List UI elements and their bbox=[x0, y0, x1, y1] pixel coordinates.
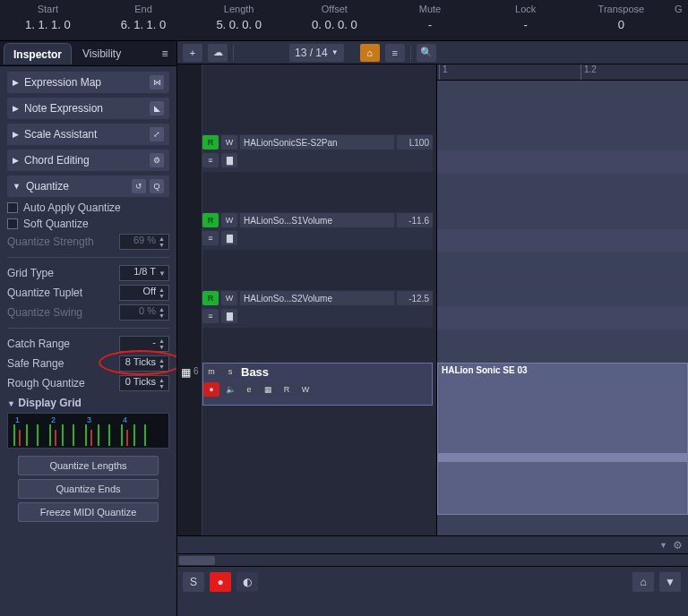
rough-quantize-label: Rough Quantize bbox=[7, 377, 85, 389]
read-automation-button[interactable]: R bbox=[202, 291, 219, 305]
info-length-label: Length bbox=[191, 4, 287, 14]
info-start-label: Start bbox=[0, 4, 96, 14]
info-mute-label: Mute bbox=[383, 4, 478, 14]
track-row-selected[interactable]: m s Bass ● 🔈 e ▦ R W bbox=[202, 363, 433, 406]
track-value[interactable]: -11.6 bbox=[397, 213, 433, 227]
ruler-marker: 1 bbox=[439, 64, 448, 80]
track-name[interactable]: HALionSo...S1Volume bbox=[240, 213, 394, 227]
info-offset-label: Offset bbox=[287, 4, 383, 14]
display-grid-label[interactable]: Display Grid bbox=[18, 397, 82, 409]
info-strip: Start1. 1. 1. 0 End6. 1. 1. 0 Length5. 0… bbox=[0, 0, 688, 41]
tab-inspector[interactable]: Inspector bbox=[4, 43, 72, 64]
track-value[interactable]: -12.5 bbox=[397, 291, 433, 305]
info-length-value[interactable]: 5. 0. 0. 0 bbox=[191, 18, 287, 31]
track-name[interactable]: Bass bbox=[241, 365, 269, 379]
track-name[interactable]: HALionSonicSE-S2Pan bbox=[240, 135, 394, 150]
grid-type-label: Grid Type bbox=[7, 267, 54, 279]
bar-counter[interactable]: 13 / 14▼ bbox=[289, 44, 344, 62]
solo-button[interactable]: s bbox=[222, 364, 238, 379]
retrospective-button[interactable]: ◐ bbox=[236, 572, 258, 592]
section-note-expression[interactable]: ▶Note Expression◣ bbox=[7, 98, 169, 119]
track-icon[interactable]: ≡ bbox=[202, 153, 219, 167]
track-row[interactable]: R W HALionSo...S1Volume -11.6 ≡ ▇ bbox=[202, 212, 433, 250]
track-list: R W HALionSonicSE-S2Pan L100 ≡ ▇ R W HAL… bbox=[177, 64, 437, 535]
midi-clip[interactable]: HALion Sonic SE 03 bbox=[437, 363, 688, 515]
track-presets-button[interactable]: ☁ bbox=[208, 44, 228, 62]
track-value[interactable]: L100 bbox=[397, 135, 433, 150]
read-automation-button[interactable]: R bbox=[202, 135, 219, 150]
folder-icon[interactable]: ▇ bbox=[221, 231, 237, 245]
write-automation-button[interactable]: W bbox=[221, 135, 237, 150]
add-track-button[interactable]: + bbox=[183, 44, 202, 62]
quantize-strength-label: Quantize Strength bbox=[7, 235, 94, 248]
record-enable-button[interactable]: ● bbox=[203, 382, 219, 397]
piano-button[interactable]: ▦ bbox=[260, 382, 276, 397]
record-button[interactable]: ● bbox=[210, 572, 231, 592]
home-icon[interactable]: ⌂ bbox=[360, 44, 380, 62]
q-icon[interactable]: Q bbox=[150, 179, 164, 193]
quantize-tuplet-label: Quantize Tuplet bbox=[7, 287, 82, 299]
noteexp-icon[interactable]: ◣ bbox=[150, 101, 164, 116]
info-lock-value[interactable]: - bbox=[477, 18, 573, 31]
section-expression-map[interactable]: ▶Expression Map⋈ bbox=[7, 72, 169, 93]
info-transpose-value[interactable]: 0 bbox=[573, 18, 669, 31]
monitor-button[interactable]: 🔈 bbox=[222, 382, 238, 397]
display-grid-visualizer: 1 2 3 4 bbox=[7, 413, 169, 449]
edit-button[interactable]: e bbox=[241, 382, 257, 397]
freeze-midi-quantize-button[interactable]: Freeze MIDI Quantize bbox=[18, 502, 159, 522]
settings-icon[interactable]: ⚙ bbox=[150, 153, 164, 167]
track-name[interactable]: HALionSo...S2Volume bbox=[240, 291, 394, 305]
write-automation-button[interactable]: W bbox=[297, 382, 314, 397]
section-scale-assistant[interactable]: ▶Scale Assistant⤢ bbox=[7, 124, 169, 145]
safe-range-label: Safe Range bbox=[7, 357, 64, 370]
quantize-ends-button[interactable]: Quantize Ends bbox=[18, 479, 159, 499]
track-index: 6 bbox=[194, 366, 199, 376]
info-end-value[interactable]: 6. 1. 1. 0 bbox=[96, 18, 192, 31]
info-g-label: G bbox=[669, 4, 688, 14]
bypass-icon[interactable]: ⋈ bbox=[150, 75, 164, 90]
track-icon[interactable]: ≡ bbox=[202, 231, 219, 245]
dropdown-icon[interactable]: ▼ bbox=[659, 541, 667, 550]
info-mute-value[interactable]: - bbox=[383, 18, 478, 31]
section-chord-editing[interactable]: ▶Chord Editing⚙ bbox=[7, 150, 169, 171]
inspector-panel: Inspector Visibility ≡ ▶Expression Map⋈ … bbox=[0, 41, 177, 616]
write-automation-button[interactable]: W bbox=[221, 213, 237, 227]
info-end-label: End bbox=[96, 4, 192, 14]
quantize-lengths-button[interactable]: Quantize Lengths bbox=[18, 456, 159, 475]
track-row[interactable]: R W HALionSo...S2Volume -12.5 ≡ ▇ bbox=[202, 290, 433, 328]
arrange-zone: + ☁ 13 / 14▼ ⌂ ≡ 🔍 R W HALionSonicSE-S2P… bbox=[177, 41, 688, 616]
catch-range-label: Catch Range bbox=[7, 338, 70, 350]
read-automation-button[interactable]: R bbox=[279, 382, 295, 397]
scale-icon[interactable]: ⤢ bbox=[150, 127, 164, 141]
info-lock-label: Lock bbox=[477, 4, 573, 14]
ruler-marker: 1.2 bbox=[580, 64, 597, 80]
auto-apply-quantize-checkbox[interactable]: Auto Apply Quantize bbox=[7, 201, 169, 214]
info-offset-value[interactable]: 0. 0. 0. 0 bbox=[287, 18, 383, 31]
track-icon[interactable]: ≡ bbox=[202, 309, 219, 323]
home-button[interactable]: ⌂ bbox=[632, 572, 654, 592]
gear-icon[interactable]: ⚙ bbox=[673, 539, 683, 552]
tab-visibility[interactable]: Visibility bbox=[73, 43, 130, 64]
transport-panel: S ● ◐ ⌂ ▼ bbox=[177, 566, 688, 616]
search-icon[interactable]: 🔍 bbox=[417, 44, 436, 62]
reset-icon[interactable]: ↺ bbox=[132, 179, 146, 193]
folder-icon[interactable]: ▇ bbox=[221, 153, 237, 167]
folder-icon[interactable]: ▇ bbox=[221, 309, 237, 323]
info-start-value[interactable]: 1. 1. 1. 0 bbox=[0, 18, 96, 31]
mute-button[interactable]: m bbox=[203, 364, 219, 379]
read-automation-button[interactable]: R bbox=[202, 213, 219, 227]
info-transpose-label: Transpose bbox=[573, 4, 669, 14]
track-row[interactable]: R W HALionSonicSE-S2Pan L100 ≡ ▇ bbox=[202, 134, 433, 172]
quantize-swing-label: Quantize Swing bbox=[7, 306, 82, 319]
tab-menu-icon[interactable]: ≡ bbox=[157, 46, 173, 62]
section-quantize[interactable]: ▼Quantize↺Q bbox=[7, 175, 169, 197]
list-icon[interactable]: ≡ bbox=[385, 44, 405, 62]
horizontal-scrollbar[interactable] bbox=[177, 553, 688, 566]
soft-quantize-checkbox[interactable]: Soft Quantize bbox=[7, 218, 169, 230]
piano-icon: ▦ bbox=[181, 366, 191, 379]
menu-button[interactable]: ▼ bbox=[659, 572, 681, 592]
sync-button[interactable]: S bbox=[183, 572, 204, 592]
write-automation-button[interactable]: W bbox=[221, 291, 237, 305]
arrange-toolbar: + ☁ 13 / 14▼ ⌂ ≡ 🔍 bbox=[177, 41, 688, 64]
arrange-canvas[interactable]: 1 1.2 HALion Sonic SE 03 bbox=[437, 64, 688, 535]
